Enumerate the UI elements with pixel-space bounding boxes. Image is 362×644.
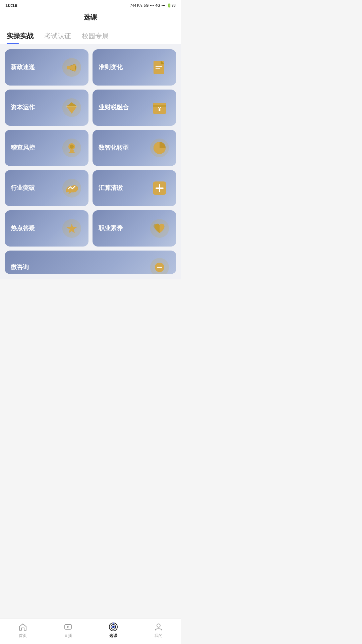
- heart-icon: [149, 218, 170, 239]
- card-xinzheng[interactable]: 新政速递: [5, 49, 88, 86]
- svg-rect-4: [156, 68, 160, 69]
- plus-box-icon: [149, 177, 170, 199]
- star-icon: [61, 218, 82, 239]
- svg-text:¥: ¥: [158, 106, 161, 112]
- card-redian[interactable]: 热点答疑: [5, 210, 88, 247]
- status-time: 10:18: [5, 3, 17, 8]
- card-label: 新政速递: [11, 63, 61, 71]
- card-jicha[interactable]: 稽查风控: [5, 130, 88, 166]
- card-label: 职业素养: [99, 224, 149, 232]
- card-label: 微咨询: [11, 263, 149, 271]
- card-zhunze[interactable]: 准则变化: [93, 49, 176, 86]
- card-zhiye[interactable]: 职业素养: [93, 210, 176, 247]
- svg-rect-3: [156, 66, 162, 67]
- content-area: 新政速递 准则变化: [0, 44, 181, 279]
- svg-rect-1: [67, 66, 70, 69]
- partial-row: 微咨询: [5, 251, 176, 274]
- svg-rect-15: [70, 150, 74, 152]
- card-label: 稽查风控: [11, 144, 61, 152]
- card-huisuan[interactable]: 汇算清缴: [93, 170, 176, 206]
- status-bar: 10:18 744 K/s 5G ▪▪▪ 4G ▪▪▪ 🔋78: [0, 0, 181, 9]
- card-shuzhi[interactable]: 数智化转型: [93, 130, 176, 166]
- tab-bar: 实操实战 考试认证 校园专属: [0, 26, 181, 44]
- card-label: 热点答疑: [11, 224, 61, 232]
- badge-icon: [61, 137, 82, 159]
- card-ziben[interactable]: 资本运作: [5, 90, 88, 126]
- tab-campus[interactable]: 校园专属: [82, 32, 109, 44]
- svg-rect-27: [157, 267, 162, 268]
- card-yecai[interactable]: 业财税融合 ¥: [93, 90, 176, 126]
- page-header: 选课: [0, 9, 181, 26]
- chat-icon: [149, 257, 170, 274]
- status-icons: 744 K/s 5G ▪▪▪ 4G ▪▪▪ 🔋78: [130, 3, 176, 8]
- piechart-icon: [149, 137, 170, 159]
- card-label: 行业突破: [11, 184, 61, 192]
- tab-practice[interactable]: 实操实战: [7, 32, 34, 44]
- card-label: 资本运作: [11, 103, 61, 112]
- diamond-icon: [61, 97, 82, 118]
- card-label: 汇算清缴: [99, 184, 149, 192]
- card-hangye[interactable]: 行业突破: [5, 170, 88, 206]
- card-label: 业财税融合: [99, 103, 149, 112]
- svg-point-14: [70, 145, 74, 149]
- card-label: 数智化转型: [99, 144, 149, 152]
- tab-exam[interactable]: 考试认证: [44, 32, 71, 44]
- card-grid: 新政速递 准则变化: [5, 49, 176, 247]
- card-label: 准则变化: [99, 63, 149, 71]
- page-title: 选课: [84, 13, 97, 21]
- card-weixun[interactable]: 微咨询: [5, 251, 176, 274]
- finance-icon: ¥: [149, 97, 170, 118]
- document-icon: [149, 57, 170, 78]
- trending-icon: [61, 177, 82, 199]
- megaphone-icon: [61, 57, 82, 78]
